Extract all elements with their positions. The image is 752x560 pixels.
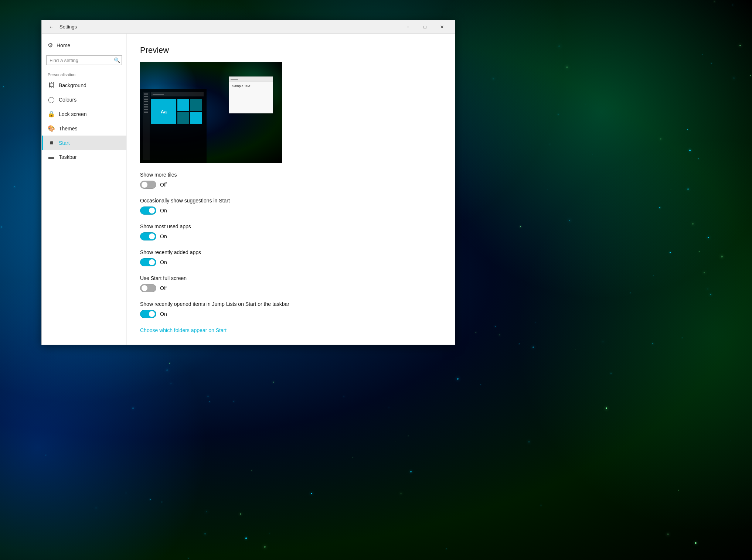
- lock-screen-icon: 🔒: [48, 110, 55, 117]
- preview-tile-med3: [177, 112, 189, 124]
- preview-sidebar-dot: [144, 109, 148, 110]
- search-box[interactable]: 🔍: [46, 55, 122, 65]
- toggle-jump-lists[interactable]: [140, 310, 156, 318]
- close-button[interactable]: ✕: [433, 20, 450, 34]
- toggle-state-full-screen: Off: [160, 285, 167, 291]
- setting-label-suggestions: Occasionally show suggestions in Start: [140, 198, 442, 204]
- preview-dialog: Sample Text: [229, 76, 273, 113]
- toggle-full-screen[interactable]: [140, 284, 156, 292]
- toggle-state-suggestions: On: [160, 208, 167, 214]
- setting-label-recently-added: Show recently added apps: [140, 249, 442, 255]
- nav-label-taskbar: Taskbar: [59, 154, 77, 160]
- back-button[interactable]: ←: [46, 22, 57, 32]
- taskbar-icon: ▬: [48, 154, 55, 160]
- search-icon: 🔍: [114, 57, 120, 63]
- toggle-state-most-used: On: [160, 233, 167, 239]
- themes-icon: 🎨: [48, 125, 55, 132]
- toggle-most-used[interactable]: [140, 232, 156, 240]
- toggle-show-more-tiles[interactable]: [140, 181, 156, 189]
- toggle-state-recently-added: On: [160, 259, 167, 265]
- folders-link[interactable]: Choose which folders appear on Start: [140, 327, 227, 333]
- colours-icon: ◯: [48, 96, 55, 103]
- preview-sidebar-dot: [144, 99, 148, 100]
- preview-sidebar-dot: [144, 101, 148, 102]
- toggle-suggestions[interactable]: [140, 206, 156, 215]
- preview-image: Aa: [140, 62, 282, 163]
- toggle-row-jump-lists: On: [140, 310, 442, 318]
- setting-most-used: Show most used apps On: [140, 223, 442, 240]
- titlebar: ← Settings − □ ✕: [42, 20, 455, 34]
- nav-label-colours: Colours: [59, 97, 76, 103]
- nav-label-start: Start: [59, 140, 70, 146]
- toggle-knob-full-screen: [142, 285, 147, 291]
- preview-sidebar-dot: [144, 93, 148, 95]
- sidebar-item-colours[interactable]: ◯ Colours: [42, 92, 126, 107]
- preview-tiles-area: Aa: [151, 92, 204, 124]
- setting-label-most-used: Show most used apps: [140, 223, 442, 229]
- start-icon: ◾: [48, 139, 55, 146]
- setting-show-more-tiles: Show more tiles Off: [140, 172, 442, 189]
- search-input[interactable]: [50, 58, 112, 63]
- toggle-knob-jump-lists: [149, 311, 155, 317]
- preview-tile-med2: [190, 99, 202, 111]
- preview-start-menu: Aa: [140, 89, 207, 163]
- toggle-row-most-used: On: [140, 232, 442, 240]
- preview-tile-aa: Aa: [151, 99, 176, 124]
- minimize-button[interactable]: −: [399, 20, 416, 34]
- sidebar-item-themes[interactable]: 🎨 Themes: [42, 121, 126, 136]
- setting-label-jump-lists: Show recently opened items in Jump Lists…: [140, 301, 442, 307]
- sidebar-item-lock-screen[interactable]: 🔒 Lock screen: [42, 107, 126, 121]
- sidebar-item-home[interactable]: ⚙ Home: [42, 38, 126, 52]
- preview-sidebar-bar: [143, 92, 150, 160]
- maximize-button[interactable]: □: [416, 20, 433, 34]
- window-controls: − □ ✕: [399, 20, 450, 34]
- section-label: Personalisation: [42, 69, 126, 78]
- sidebar-item-taskbar[interactable]: ▬ Taskbar: [42, 150, 126, 164]
- toggle-row-show-more-tiles: Off: [140, 181, 442, 189]
- preview-dialog-text: Sample Text: [229, 82, 273, 90]
- toggle-recently-added[interactable]: [140, 258, 156, 266]
- home-label: Home: [57, 42, 70, 48]
- content-area: Preview: [127, 34, 455, 345]
- toggle-knob-suggestions: [149, 208, 155, 214]
- setting-suggestions: Occasionally show suggestions in Start O…: [140, 198, 442, 215]
- home-icon: ⚙: [48, 42, 53, 49]
- window-title: Settings: [59, 24, 399, 30]
- preview-tile-med1: [177, 99, 189, 111]
- nav-label-themes: Themes: [59, 126, 78, 132]
- preview-tile-row: Aa: [151, 99, 204, 124]
- sidebar-item-background[interactable]: 🖼 Background: [42, 78, 126, 92]
- folders-link-container: Choose which folders appear on Start: [140, 327, 442, 334]
- setting-full-screen: Use Start full screen Off: [140, 275, 442, 292]
- toggle-state-show-more-tiles: Off: [160, 182, 167, 188]
- toggle-row-recently-added: On: [140, 258, 442, 266]
- background-icon: 🖼: [48, 82, 55, 89]
- main-container: ⚙ Home 🔍 Personalisation 🖼 Background ◯ …: [42, 34, 455, 345]
- preview-sidebar-dot: [144, 106, 148, 107]
- toggle-row-full-screen: Off: [140, 284, 442, 292]
- preview-heading: Preview: [140, 45, 442, 55]
- preview-dialog-line: [231, 79, 238, 80]
- nav-label-background: Background: [59, 82, 86, 88]
- toggle-row-suggestions: On: [140, 206, 442, 215]
- setting-jump-lists: Show recently opened items in Jump Lists…: [140, 301, 442, 318]
- setting-label-show-more-tiles: Show more tiles: [140, 172, 442, 178]
- toggle-knob-recently-added: [149, 259, 155, 265]
- settings-window: ← Settings − □ ✕ ⚙ Home 🔍 Personalisatio…: [41, 20, 455, 345]
- setting-label-full-screen: Use Start full screen: [140, 275, 442, 281]
- preview-sidebar-dot: [144, 112, 148, 113]
- sidebar: ⚙ Home 🔍 Personalisation 🖼 Background ◯ …: [42, 34, 127, 345]
- setting-recently-added: Show recently added apps On: [140, 249, 442, 266]
- toggle-knob-most-used: [149, 233, 155, 239]
- nav-label-lock-screen: Lock screen: [59, 111, 86, 117]
- toggle-state-jump-lists: On: [160, 311, 167, 317]
- preview-dialog-bar: [229, 77, 273, 82]
- preview-sidebar-dot: [144, 104, 148, 105]
- sidebar-item-start[interactable]: ◾ Start: [42, 136, 126, 150]
- preview-sidebar-dot: [144, 96, 148, 97]
- toggle-knob-show-more-tiles: [142, 182, 147, 188]
- preview-tile-med4: [190, 112, 202, 124]
